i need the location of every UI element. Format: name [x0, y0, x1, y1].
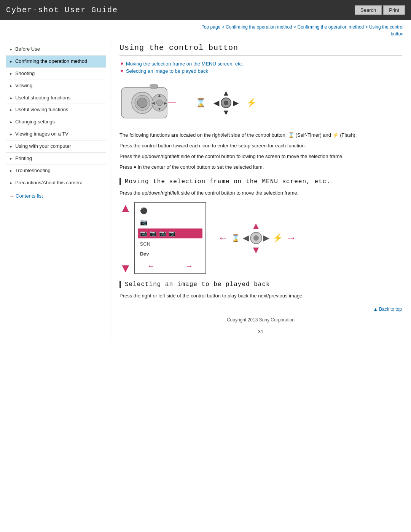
flash-icon-2: ⚡	[272, 233, 283, 243]
nav-control-block: ← ⌛ ▲ ◀ ▶ ▼ ⚡ →	[218, 220, 296, 256]
svg-point-6	[156, 100, 162, 106]
sidebar-item-precautions[interactable]: ► Precautions/About this camera	[6, 177, 106, 189]
breadcrumb-link-1[interactable]: Top page	[202, 24, 220, 30]
sidebar-item-shooting[interactable]: ► Shooting	[6, 68, 106, 80]
sidebar-item-viewing-tv[interactable]: ► Viewing images on a TV	[6, 128, 106, 141]
menu-screen-block: ▲ ▼ ⚫ 📷	[119, 202, 206, 274]
header-buttons: Search Print	[355, 5, 405, 15]
arrow-icon: ►	[9, 132, 13, 137]
pink-down-2: ▼	[251, 244, 261, 256]
menu-row-4: SCN	[138, 240, 202, 248]
arrow-icon: ►	[9, 47, 13, 52]
desc-para-4: Press ● in the center of the control but…	[119, 163, 402, 171]
sidebar-item-confirming[interactable]: ► Confirming the operation method	[6, 56, 106, 68]
menu-row-2: 📷	[138, 217, 202, 227]
menu-illustration: ▲ ▼ ⚫ 📷	[119, 202, 402, 274]
dark-left: ◀	[243, 233, 249, 243]
menu-icon-5: Dev	[140, 251, 149, 257]
sidebar-item-label: Useful shooting functions	[15, 95, 70, 101]
desc-para-3: Press the up/down/right/left side of the…	[119, 152, 402, 161]
dark-right: ▶	[263, 233, 269, 243]
sidebar-item-label: Viewing	[15, 83, 32, 89]
sidebar-item-useful-shooting[interactable]: ► Useful shooting functions	[6, 92, 106, 104]
svg-text:▶: ▶	[164, 101, 167, 105]
contents-list-label: Contents list	[16, 193, 43, 199]
breadcrumb-link-3[interactable]: Confirming the operation method	[297, 24, 364, 30]
svg-point-3	[137, 98, 147, 108]
print-button[interactable]: Print	[383, 5, 405, 15]
main-layout: ► Before Use ► Confirming the operation …	[0, 40, 411, 342]
menu-icon-3a: 📷	[140, 230, 147, 237]
camera-illustration: ▲ ▼ ◀ ▶ ⌛ ▲ ◀ ▶	[119, 80, 402, 126]
section-1-desc: Press the up/down/right/left side of the…	[119, 189, 402, 197]
sidebar-item-label: Viewing images on a TV	[15, 131, 68, 137]
control-cross: ▲ ◀ ▶ ▼	[213, 89, 239, 117]
sidebar-item-printing[interactable]: ► Printing	[6, 153, 106, 165]
sidebar-item-label: Shooting	[15, 70, 35, 77]
svg-text:▲: ▲	[158, 93, 161, 97]
pink-right-arrow: →	[286, 232, 296, 244]
pink-left-arrow-inner: ←	[147, 262, 155, 270]
camera-body-image: ▲ ▼ ◀ ▶	[119, 80, 188, 126]
sidebar-item-label: Changing settings	[15, 119, 55, 125]
contents-list-link[interactable]: → Contents list	[6, 189, 106, 200]
menu-icon-2: 📷	[140, 219, 148, 226]
page-number: 31	[119, 329, 402, 334]
pink-left-arrow: ←	[218, 232, 228, 244]
pink-up-arrow: ▲	[119, 202, 132, 214]
self-timer-icon-2: ⌛	[231, 234, 240, 242]
section-2-desc: Press the right or left side of the cont…	[119, 292, 402, 300]
svg-text:▼: ▼	[158, 107, 161, 111]
menu-row-1: ⚫	[138, 206, 202, 216]
svg-text:◀: ◀	[152, 101, 155, 105]
sidebar-item-changing-settings[interactable]: ► Changing settings	[6, 116, 106, 128]
self-timer-icon: ⌛	[196, 98, 206, 108]
arrow-icon: ►	[9, 107, 13, 112]
menu-icon-4: SCN	[140, 241, 150, 247]
triangle-down-icon: ▼	[119, 61, 124, 67]
sidebar-item-troubleshooting[interactable]: ► Troubleshooting	[6, 165, 106, 177]
sidebar-item-viewing[interactable]: ► Viewing	[6, 80, 106, 92]
arrow-icon: ►	[9, 168, 13, 173]
sidebar-item-before-use[interactable]: ► Before Use	[6, 43, 106, 56]
sidebar-item-label: Before Use	[15, 46, 40, 53]
h-arrows-inner: ← →	[138, 260, 202, 270]
menu-icon-3b: 📷	[150, 230, 157, 237]
menu-screen: ⚫ 📷 📷 📷 📷 📷	[134, 202, 206, 274]
breadcrumb: Top page > Confirming the operation meth…	[0, 20, 411, 40]
arrow-icon: ►	[9, 96, 13, 101]
section-2-heading: Selecting an image to be played back	[119, 281, 402, 288]
sidebar-item-useful-viewing[interactable]: ► Useful viewing functions	[6, 104, 106, 116]
desc-para-1: The following functions are located on t…	[119, 131, 402, 139]
arrow-right-icon: →	[9, 193, 14, 199]
arrow-icon: ►	[9, 71, 13, 76]
search-button[interactable]: Search	[355, 5, 382, 15]
section-link-2[interactable]: ▼Selecting an image to be played back	[119, 68, 402, 74]
breadcrumb-link-2[interactable]: Confirming the operation method	[226, 24, 292, 30]
sidebar-item-label: Confirming the operation method	[15, 58, 87, 65]
svg-rect-4	[150, 85, 158, 88]
flash-icon: ⚡	[246, 98, 256, 108]
arrow-icon: ►	[9, 83, 13, 88]
pink-down-arrow: ▼	[119, 262, 132, 274]
breadcrumb-link-4[interactable]: Using the controlbutton	[369, 24, 403, 37]
arrow-icon: ►	[9, 59, 13, 64]
desc-para-2: Press the control button toward each ico…	[119, 142, 402, 150]
sidebar-item-label: Printing	[15, 155, 32, 162]
menu-row-highlighted: 📷 📷 📷 📷	[138, 228, 202, 238]
arrow-icon: ►	[9, 181, 13, 185]
sidebar-item-computer[interactable]: ► Using with your computer	[6, 141, 106, 153]
copyright-text: Copyright 2013 Sony Corporation	[119, 317, 402, 326]
sidebar: ► Before Use ► Confirming the operation …	[0, 40, 110, 342]
triangle-down-icon-2: ▼	[119, 68, 124, 74]
menu-row-5: Dev	[138, 249, 202, 258]
sidebar-item-label: Useful viewing functions	[15, 107, 68, 113]
back-to-top-link[interactable]: ▲ Back to top	[119, 303, 402, 313]
menu-icon-3d: 📷	[169, 230, 176, 237]
menu-icon-3c: 📷	[159, 230, 166, 237]
arrow-icon: ►	[9, 156, 13, 161]
arrow-icon: ►	[9, 120, 13, 125]
section-link-1[interactable]: ▼Moving the selection frame on the MENU …	[119, 61, 402, 67]
sidebar-item-label: Precautions/About this camera	[15, 180, 83, 186]
center-button	[250, 232, 262, 244]
